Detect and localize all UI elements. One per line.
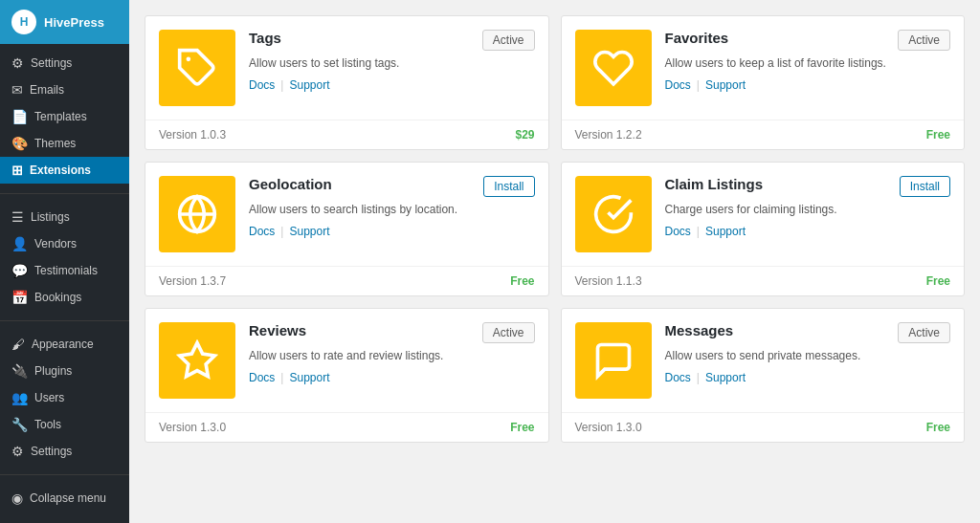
- sidebar-item-collapse[interactable]: ◉ Collapse menu: [0, 485, 129, 512]
- sidebar-item-extensions-label: Extensions: [30, 163, 91, 177]
- ext-docs-reviews[interactable]: Docs: [249, 371, 275, 384]
- sidebar-item-settings-label: Settings: [31, 56, 72, 70]
- ext-docs-messages[interactable]: Docs: [665, 371, 691, 384]
- ext-header-messages: Messages Active: [665, 322, 951, 343]
- extensions-grid: Tags Active Allow users to set listing t…: [145, 15, 965, 443]
- ext-link-divider-geolocation: |: [280, 225, 283, 238]
- ext-link-divider-favorites: |: [697, 78, 700, 92]
- ext-price-favorites: Free: [926, 128, 950, 142]
- star-icon: [176, 339, 218, 381]
- sidebar-item-tools-label: Tools: [34, 418, 61, 431]
- ext-status-btn-geolocation[interactable]: Install: [483, 176, 534, 197]
- ext-status-btn-claim-listings[interactable]: Install: [900, 176, 950, 197]
- ext-title-messages: Messages: [665, 322, 734, 338]
- sidebar-item-settings2[interactable]: ⚙ Settings: [0, 438, 129, 465]
- sidebar-item-appearance[interactable]: 🖌 Appearance: [0, 331, 129, 358]
- sidebar-logo[interactable]: H HivePress: [0, 0, 129, 44]
- ext-footer-geolocation: Version 1.3.7 Free: [145, 266, 548, 295]
- ext-card-top-tags: Tags Active Allow users to set listing t…: [145, 16, 548, 120]
- sidebar-item-settings[interactable]: ⚙ Settings: [0, 50, 129, 76]
- ext-support-geolocation[interactable]: Support: [289, 225, 329, 238]
- templates-icon: 📄: [11, 109, 28, 124]
- appearance-icon: 🖌: [11, 337, 25, 352]
- ext-docs-geolocation[interactable]: Docs: [249, 225, 275, 238]
- sidebar-item-templates[interactable]: 📄 Templates: [0, 103, 129, 130]
- tag-icon: [176, 47, 218, 89]
- sidebar-item-tools[interactable]: 🔧 Tools: [0, 411, 129, 438]
- ext-status-btn-tags[interactable]: Active: [482, 30, 535, 51]
- sidebar-item-plugins[interactable]: 🔌 Plugins: [0, 358, 129, 384]
- ext-links-geolocation: Docs | Support: [249, 225, 535, 238]
- ext-status-btn-favorites[interactable]: Active: [898, 30, 950, 51]
- ext-title-reviews: Reviews: [249, 322, 306, 338]
- ext-status-btn-reviews[interactable]: Active: [482, 322, 535, 343]
- tools-icon: 🔧: [11, 417, 28, 432]
- ext-info-tags: Tags Active Allow users to set listing t…: [249, 30, 535, 92]
- main-content: Tags Active Allow users to set listing t…: [129, 0, 980, 523]
- logo-text: HivePress: [44, 15, 104, 30]
- listings-icon: ☰: [11, 209, 24, 225]
- sidebar-divider-3: [0, 474, 129, 475]
- ext-links-claim-listings: Docs | Support: [665, 225, 951, 238]
- ext-support-messages[interactable]: Support: [705, 371, 746, 384]
- ext-header-tags: Tags Active: [249, 30, 535, 51]
- sidebar-item-templates-label: Templates: [34, 110, 87, 123]
- ext-desc-tags: Allow users to set listing tags.: [249, 55, 535, 72]
- ext-footer-favorites: Version 1.2.2 Free: [562, 120, 965, 149]
- ext-docs-tags[interactable]: Docs: [249, 78, 275, 92]
- ext-link-divider-messages: |: [697, 371, 700, 384]
- ext-support-tags[interactable]: Support: [289, 78, 329, 92]
- extension-card-favorites: Favorites Active Allow users to keep a l…: [561, 15, 966, 150]
- ext-icon-tags: [159, 30, 235, 106]
- sidebar-item-plugins-label: Plugins: [34, 364, 72, 378]
- sidebar-bottom-section: 🖌 Appearance 🔌 Plugins 👥 Users 🔧 Tools ⚙…: [0, 325, 129, 470]
- ext-desc-reviews: Allow users to rate and review listings.: [249, 348, 535, 364]
- ext-links-tags: Docs | Support: [249, 78, 535, 92]
- sidebar-item-extensions[interactable]: ⊞ Extensions: [0, 157, 129, 184]
- extension-card-geolocation: Geolocation Install Allow users to searc…: [145, 162, 549, 296]
- sidebar-item-testimonials[interactable]: 💬 Testimonials: [0, 257, 129, 284]
- sidebar-collapse-section: ◉ Collapse menu: [0, 479, 129, 517]
- sidebar-item-themes[interactable]: 🎨 Themes: [0, 130, 129, 157]
- extension-card-reviews: Reviews Active Allow users to rate and r…: [145, 308, 549, 443]
- ext-support-favorites[interactable]: Support: [705, 78, 746, 92]
- ext-status-btn-messages[interactable]: Active: [898, 322, 950, 343]
- ext-support-reviews[interactable]: Support: [289, 371, 329, 384]
- ext-link-divider-claim-listings: |: [697, 225, 700, 238]
- extension-card-messages: Messages Active Allow users to send priv…: [561, 308, 966, 443]
- ext-title-claim-listings: Claim Listings: [665, 176, 764, 192]
- ext-version-claim-listings: Version 1.1.3: [575, 274, 642, 288]
- ext-price-reviews: Free: [510, 421, 534, 434]
- sidebar-middle-section: ☰ Listings 👤 Vendors 💬 Testimonials 📅 Bo…: [0, 198, 129, 316]
- ext-header-favorites: Favorites Active: [665, 30, 951, 51]
- ext-footer-claim-listings: Version 1.1.3 Free: [562, 266, 965, 295]
- globe-icon: [176, 193, 218, 235]
- ext-docs-favorites[interactable]: Docs: [665, 78, 691, 92]
- ext-docs-claim-listings[interactable]: Docs: [665, 225, 691, 238]
- sidebar-item-vendors[interactable]: 👤 Vendors: [0, 230, 129, 257]
- sidebar-item-users[interactable]: 👥 Users: [0, 384, 129, 411]
- plugins-icon: 🔌: [11, 363, 28, 379]
- ext-card-top-favorites: Favorites Active Allow users to keep a l…: [562, 16, 965, 120]
- sidebar-item-emails[interactable]: ✉ Emails: [0, 76, 129, 103]
- sidebar-item-collapse-label: Collapse menu: [30, 491, 106, 505]
- extension-card-claim-listings: Claim Listings Install Charge users for …: [561, 162, 966, 296]
- sidebar-item-themes-label: Themes: [34, 137, 76, 150]
- sidebar-item-listings[interactable]: ☰ Listings: [0, 204, 129, 230]
- sidebar-item-emails-label: Emails: [30, 83, 64, 97]
- ext-title-favorites: Favorites: [665, 30, 729, 46]
- ext-icon-geolocation: [159, 176, 235, 252]
- ext-info-favorites: Favorites Active Allow users to keep a l…: [665, 30, 951, 92]
- ext-info-geolocation: Geolocation Install Allow users to searc…: [249, 176, 535, 238]
- sidebar-item-bookings[interactable]: 📅 Bookings: [0, 284, 129, 311]
- svg-marker-3: [180, 343, 215, 377]
- sidebar-divider-2: [0, 320, 129, 321]
- logo-icon: H: [11, 10, 36, 34]
- ext-support-claim-listings[interactable]: Support: [705, 225, 746, 238]
- ext-footer-reviews: Version 1.3.0 Free: [145, 412, 548, 442]
- ext-info-messages: Messages Active Allow users to send priv…: [665, 322, 951, 384]
- ext-version-geolocation: Version 1.3.7: [159, 274, 226, 288]
- ext-link-divider-tags: |: [280, 78, 283, 92]
- ext-header-claim-listings: Claim Listings Install: [665, 176, 951, 197]
- ext-link-divider-reviews: |: [280, 371, 283, 384]
